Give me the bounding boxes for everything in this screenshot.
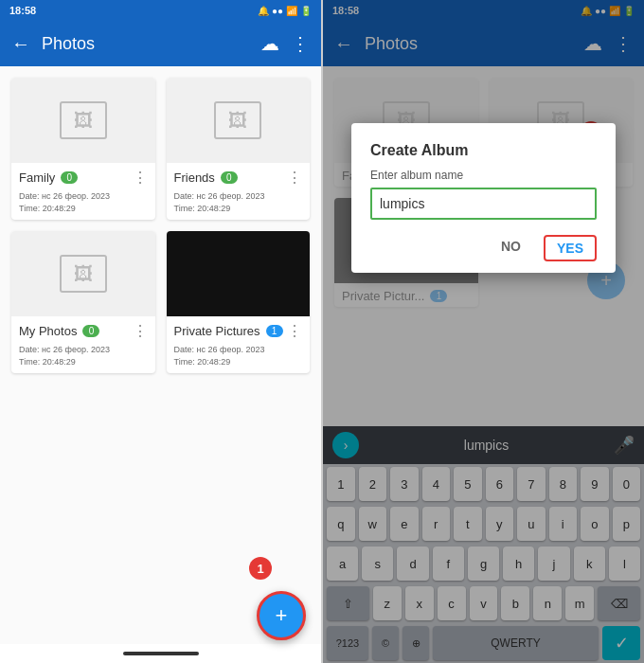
album-thumb-friends: 🖼 [167, 78, 311, 163]
left-status-bar: 18:58 🔔 ●● 📶 🔋 [0, 0, 321, 21]
album-thumb-private [167, 231, 311, 316]
album-name-row-myphotos: My Photos 0 [19, 324, 99, 338]
album-name-row-friends: Friends 0 [174, 170, 238, 185]
photo-placeholder-family: 🖼 [60, 101, 107, 139]
dialog-title: Create Album [370, 142, 597, 159]
dialog-overlay [323, 0, 644, 663]
album-more-family[interactable]: ⋮ [133, 169, 148, 187]
left-content: 🖼 Family 0 ⋮ Date: нс 26 феор. 2023 Time… [0, 66, 321, 644]
album-info-myphotos: My Photos 0 ⋮ [11, 316, 155, 344]
left-more-icon[interactable]: ⋮ [291, 32, 310, 55]
left-app-bar: ← Photos ☁ ⋮ [0, 21, 321, 66]
left-cloud-icon[interactable]: ☁ [260, 32, 279, 55]
album-card-myphotos[interactable]: 🖼 My Photos 0 ⋮ Date: нс 26 феор. 2023 T… [11, 231, 155, 373]
album-badge-friends: 0 [221, 171, 238, 184]
album-meta-friends: Date: нс 26 феор. 2023 Time: 20:48:29 [167, 190, 311, 220]
album-name-myphotos: My Photos [19, 324, 77, 338]
left-app-title: Photos [42, 34, 249, 54]
left-phone-panel: 18:58 🔔 ●● 📶 🔋 ← Photos ☁ ⋮ 🖼 Family 0 ⋮ [0, 0, 321, 663]
album-more-myphotos[interactable]: ⋮ [133, 322, 148, 340]
left-back-button[interactable]: ← [11, 33, 30, 55]
album-info-family: Family 0 ⋮ [11, 163, 155, 190]
album-name-family: Family [19, 170, 55, 185]
dialog-input-wrapper[interactable] [370, 188, 597, 220]
photo-placeholder-myphotos: 🖼 [60, 255, 107, 293]
left-status-icons: 🔔 ●● 📶 🔋 [258, 6, 312, 16]
left-bottom-bar [0, 644, 321, 663]
album-thumb-family: 🖼 [11, 78, 155, 163]
album-thumb-myphotos: 🖼 [11, 231, 155, 316]
album-meta-myphotos: Date: нс 26 феор. 2023 Time: 20:48:29 [11, 344, 155, 373]
album-more-friends[interactable]: ⋮ [287, 169, 302, 187]
step1-badge: 1 [249, 557, 272, 580]
dialog-yes-button[interactable]: YES [544, 235, 597, 261]
photo-placeholder-friends: 🖼 [214, 101, 261, 139]
album-name-friends: Friends [174, 170, 215, 185]
album-badge-family: 0 [61, 171, 78, 184]
create-album-dialog: Create Album Enter album name NO YES [351, 123, 616, 273]
album-name-row-private: Private Pictures 1 [174, 324, 283, 338]
album-name-input[interactable] [380, 196, 587, 211]
dialog-actions: NO YES [370, 235, 597, 261]
left-time: 18:58 [9, 5, 36, 16]
album-meta-private: Date: нс 26 феор. 2023 Time: 20:48:29 [167, 344, 311, 373]
album-info-private: Private Pictures 1 ⋮ [167, 316, 311, 344]
album-name-private: Private Pictures [174, 324, 260, 338]
add-icon: + [276, 605, 288, 626]
album-badge-private: 1 [266, 325, 283, 337]
add-album-fab[interactable]: + [257, 591, 306, 640]
right-phone-panel: 18:58 🔔 ●● 📶 🔋 ← Photos ☁ ⋮ 🖼 Fa... 0 [323, 0, 644, 663]
album-info-friends: Friends 0 ⋮ [167, 163, 311, 190]
album-card-private[interactable]: Private Pictures 1 ⋮ Date: нс 26 феор. 2… [167, 231, 311, 373]
album-badge-myphotos: 0 [82, 325, 99, 337]
album-card-family[interactable]: 🖼 Family 0 ⋮ Date: нс 26 феор. 2023 Time… [11, 78, 155, 220]
dialog-no-button[interactable]: NO [493, 235, 528, 261]
album-more-private[interactable]: ⋮ [287, 322, 302, 340]
album-name-row-family: Family 0 [19, 170, 78, 185]
dialog-label: Enter album name [370, 169, 597, 182]
left-bottom-indicator [123, 652, 199, 655]
album-meta-family: Date: нс 26 феор. 2023 Time: 20:48:29 [11, 190, 155, 220]
album-card-friends[interactable]: 🖼 Friends 0 ⋮ Date: нс 26 феор. 2023 Tim… [167, 78, 311, 220]
